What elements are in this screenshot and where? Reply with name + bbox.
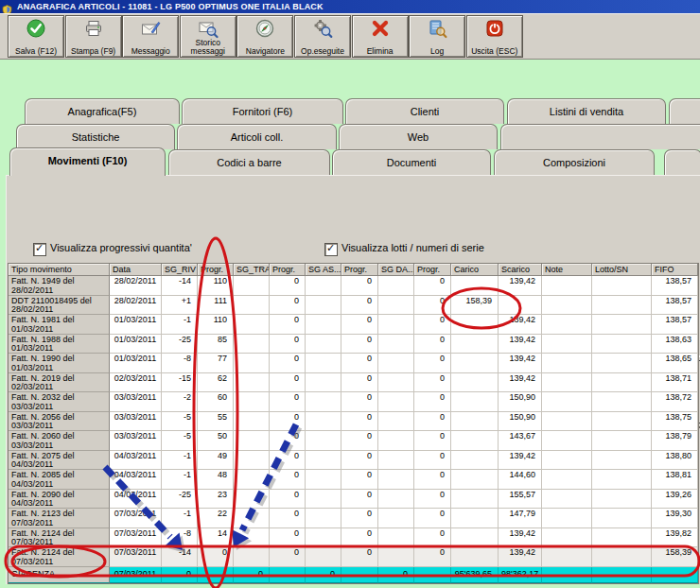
tab-codici-a-barre[interactable]: Codici a barre xyxy=(168,149,330,175)
table-row-6[interactable]: Fatt. N. 2032 del 03/03/201103/03/2011-2… xyxy=(9,392,698,412)
column-header-12[interactable]: Note xyxy=(542,264,592,276)
column-header-14[interactable]: FIFO xyxy=(652,264,698,276)
log-search-icon xyxy=(410,18,464,43)
table-cell: 139,42 xyxy=(499,373,542,393)
table-row-8[interactable]: Fatt. N. 2060 del 03/03/201103/03/2011-5… xyxy=(9,431,698,451)
table-cell xyxy=(592,528,652,548)
column-header-1[interactable]: Data xyxy=(110,264,162,276)
table-row-2[interactable]: Fatt. N. 1981 del 01/03/201101/03/2011-1… xyxy=(9,315,698,335)
table-cell xyxy=(234,373,270,393)
table-cell: 0 xyxy=(270,431,306,451)
column-header-4[interactable]: SG_TRA xyxy=(234,264,270,276)
column-header-9[interactable]: Progr. xyxy=(414,264,451,276)
toolbar-button-label: Op.eseguite xyxy=(295,47,350,56)
table-cell xyxy=(542,431,592,451)
table-cell xyxy=(234,547,270,567)
table-cell: -25 xyxy=(162,335,198,355)
table-cell: 0 xyxy=(306,567,341,583)
column-header-11[interactable]: Scarico xyxy=(499,264,542,276)
compass-icon xyxy=(237,18,292,43)
column-header-10[interactable]: Carico xyxy=(451,264,499,276)
tab-articoli-coll[interactable]: Articoli coll. xyxy=(177,124,337,149)
table-row-3[interactable]: Fatt. N. 1988 del 01/03/201101/03/2011-2… xyxy=(9,335,698,355)
table-cell: 0 xyxy=(414,547,451,567)
table-row-13[interactable]: Fatt. N. 2124 del 07/03/201107/03/2011-8… xyxy=(9,528,698,548)
table-cell: 0 xyxy=(378,567,414,583)
table-row-11[interactable]: Fatt. N. 2090 del 04/03/201104/03/2011-2… xyxy=(9,490,698,510)
tab-anagrafica-f5[interactable]: Anagrafica(F5) xyxy=(25,98,180,124)
toolbar-button-messaggio[interactable]: Messaggio xyxy=(122,15,179,58)
table-cell xyxy=(542,335,592,355)
table-row-5[interactable]: Fatt. N. 2019 del 02/03/201102/03/2011-1… xyxy=(9,373,698,393)
table-row-12[interactable]: Fatt. N. 2123 del 07/03/201107/03/2011-1… xyxy=(9,509,698,528)
tab-composizioni[interactable]: Composizioni xyxy=(494,149,655,175)
table-cell xyxy=(542,470,592,490)
table-cell: 04/03/2011 xyxy=(110,490,162,510)
tab-statistiche[interactable]: Statistiche xyxy=(16,124,175,149)
table-cell: Fatt. N. 2032 del 03/03/2011 xyxy=(9,392,110,412)
column-header-3[interactable]: Progr. xyxy=(198,264,234,276)
table-cell: 03/03/2011 xyxy=(110,431,162,451)
table-cell: 0 xyxy=(341,392,378,412)
table-cell: 138,57 xyxy=(652,276,698,296)
table-row-10[interactable]: Fatt. N. 2085 del 04/03/201104/03/2011-1… xyxy=(9,470,698,490)
table-row-9[interactable]: Fatt. N. 2075 del 04/03/201104/03/2011-1… xyxy=(9,451,698,471)
table-cell: 07/03/2011 xyxy=(110,509,162,528)
table-cell: 0 xyxy=(414,431,451,451)
toolbar-button-uscita-esc[interactable]: Uscita (ESC) xyxy=(466,15,523,58)
table-cell: 0 xyxy=(270,412,306,432)
toolbar-button-navigatore[interactable]: Navigatore xyxy=(236,15,293,58)
table-cell xyxy=(234,354,270,373)
tab-movimenti-f10[interactable]: Movimenti (F10) xyxy=(9,147,166,176)
table-cell: 0 xyxy=(341,373,378,393)
table-cell xyxy=(451,392,499,412)
column-header-5[interactable]: Progr. xyxy=(270,264,306,276)
table-cell: DDT 2110018495 del 28/02/2011 xyxy=(9,296,110,316)
tab-fornitori-f6[interactable]: Fornitori (F6) xyxy=(182,98,343,124)
table-cell: -1 xyxy=(162,509,198,528)
table-cell: 0 xyxy=(341,276,378,296)
toolbar-button-salva-f12[interactable]: Salva (F12) xyxy=(8,15,64,58)
table-cell: 139,82 xyxy=(652,528,698,548)
table-cell: -14 xyxy=(162,547,198,567)
table-row-1[interactable]: DDT 2110018495 del 28/02/201128/02/2011+… xyxy=(9,296,698,316)
table-row-0[interactable]: Fatt. N. 1949 del 28/02/201128/02/2011-1… xyxy=(9,276,698,296)
toolbar-button-log[interactable]: Log xyxy=(409,15,465,58)
table-cell: 04/03/2011 xyxy=(110,470,162,490)
column-header-13[interactable]: Lotto/SN xyxy=(592,264,652,276)
tab-documenti[interactable]: Documenti xyxy=(332,149,491,175)
table-row-7[interactable]: Fatt. N. 2056 del 03/03/201103/03/2011-5… xyxy=(9,412,698,432)
table-cell: 0 xyxy=(414,296,451,316)
checkbox-visualizza-lotti-numeri-di-serie[interactable] xyxy=(324,243,338,256)
table-cell xyxy=(542,296,592,316)
column-header-2[interactable]: SG_RIV xyxy=(162,264,198,276)
toolbar-button-op-eseguite[interactable]: Op.eseguite xyxy=(294,15,351,58)
table-cell: 0 xyxy=(414,470,451,490)
table-cell xyxy=(378,373,414,393)
column-header-0[interactable]: Tipo movimento xyxy=(9,264,110,276)
toolbar-button-elimina[interactable]: Elimina xyxy=(352,15,409,58)
movimenti-panel: Visualizza movimenti dal al Visualizza p… xyxy=(6,175,700,584)
table-row-4[interactable]: Fatt. N. 1990 del 01/03/201101/03/2011-8… xyxy=(9,354,698,373)
tab-stub xyxy=(500,124,700,149)
tab-web[interactable]: Web xyxy=(339,124,498,149)
table-cell: Fatt. N. 2124 del 07/03/2011 xyxy=(9,528,110,548)
table-row-14[interactable]: Fatt. N. 2124 del 07/03/201107/03/2011-1… xyxy=(9,547,698,567)
table-cell xyxy=(542,567,592,583)
table-cell: -5 xyxy=(162,412,198,432)
column-header-6[interactable]: SG AS... xyxy=(306,264,341,276)
table-cell: 139,42 xyxy=(499,335,542,355)
table-cell: 77 xyxy=(198,354,234,373)
tab-clienti[interactable]: Clienti xyxy=(345,98,504,124)
column-header-7[interactable]: Progr. xyxy=(341,264,378,276)
toolbar-button-storico-messaggi[interactable]: Storico messaggi xyxy=(180,15,236,58)
column-header-8[interactable]: SG DA... xyxy=(378,264,414,276)
tab-listini-di-vendita[interactable]: Listini di vendita xyxy=(507,98,666,124)
toolbar-button-stampa-f9[interactable]: Stampa (F9) xyxy=(65,15,122,58)
checkbox-visualizza-progressivi-quantita[interactable] xyxy=(33,243,46,256)
table-cell: -25 xyxy=(162,490,198,510)
table-cell xyxy=(592,470,652,490)
table-cell: Fatt. N. 2124 del 07/03/2011 xyxy=(9,547,110,567)
giacenza-row[interactable]: GIACENZA07/03/2011000095'639,6598'362,17 xyxy=(9,567,698,583)
table-cell: -8 xyxy=(162,354,198,373)
